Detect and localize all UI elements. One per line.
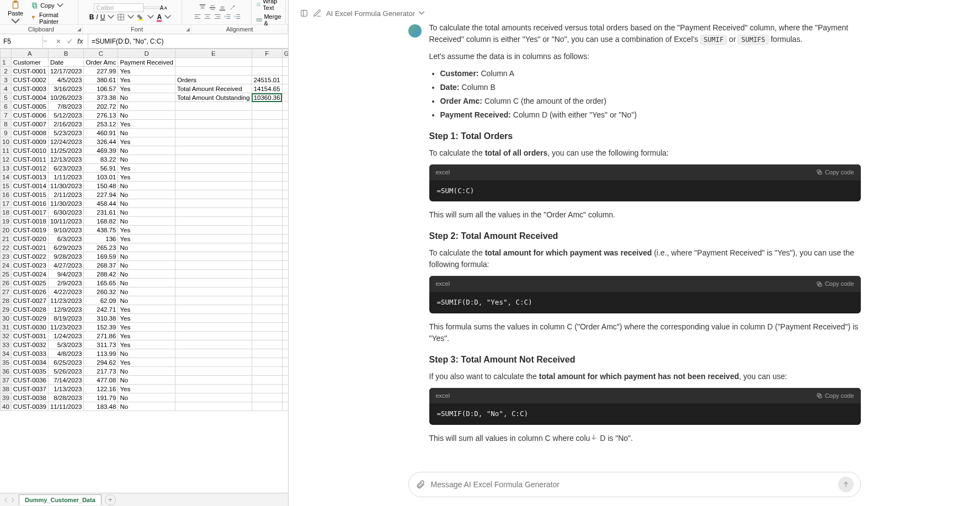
cell[interactable] <box>282 111 288 120</box>
cell[interactable]: Yes <box>118 84 175 93</box>
cell[interactable] <box>282 226 288 235</box>
cell[interactable]: 11/25/2023 <box>48 146 84 155</box>
cell[interactable]: CUST-0018 <box>11 217 48 226</box>
cell[interactable] <box>252 217 282 226</box>
cell[interactable] <box>175 164 252 173</box>
cell[interactable] <box>175 129 252 137</box>
chevron-down-icon[interactable] <box>127 13 135 21</box>
cell[interactable] <box>282 279 288 287</box>
cell[interactable] <box>175 314 252 323</box>
cell[interactable]: CUST-0031 <box>11 332 48 340</box>
cell[interactable] <box>282 402 288 411</box>
cell[interactable] <box>282 155 288 164</box>
cell[interactable]: 4/27/2023 <box>48 261 84 270</box>
cell[interactable]: 5/3/2023 <box>48 340 84 349</box>
cell[interactable]: 6/23/2023 <box>48 164 84 173</box>
cell[interactable] <box>252 349 282 358</box>
cell[interactable]: Payment Received <box>118 58 175 67</box>
collapse-icon[interactable] <box>300 9 308 18</box>
cell[interactable] <box>282 120 288 129</box>
cell[interactable] <box>175 243 252 252</box>
cell[interactable]: 165.65 <box>84 279 118 287</box>
cell[interactable] <box>252 279 282 287</box>
cell[interactable]: Date <box>48 58 84 67</box>
cell[interactable]: Yes <box>118 76 175 84</box>
cell[interactable]: CUST-0021 <box>11 243 48 252</box>
cell[interactable]: CUST-0019 <box>11 226 48 235</box>
cell[interactable]: Yes <box>118 323 175 332</box>
cell[interactable]: 169.59 <box>84 252 118 261</box>
chevron-down-icon[interactable] <box>147 13 155 21</box>
cell[interactable] <box>175 235 252 243</box>
cell[interactable]: CUST-0024 <box>11 270 48 279</box>
cell[interactable]: Total Amount Received <box>175 84 252 93</box>
row-header[interactable]: 35 <box>1 358 12 367</box>
cell[interactable] <box>252 120 282 129</box>
cell[interactable]: Total Amount Outstanding <box>175 93 252 102</box>
cell[interactable] <box>175 323 252 332</box>
cell[interactable] <box>282 393 288 402</box>
font-name-select[interactable]: Calibri <box>94 3 143 12</box>
cell[interactable]: Yes <box>118 385 175 393</box>
cell[interactable] <box>282 93 288 102</box>
cell[interactable]: CUST-0003 <box>11 84 48 93</box>
cell[interactable] <box>175 340 252 349</box>
chevron-down-icon[interactable] <box>107 13 115 21</box>
cell[interactable]: CUST-0004 <box>11 93 48 102</box>
cell[interactable]: No <box>118 199 175 208</box>
cell[interactable]: No <box>118 155 175 164</box>
cell[interactable] <box>252 385 282 393</box>
cell[interactable] <box>175 208 252 217</box>
cell[interactable]: No <box>118 243 175 252</box>
cell[interactable]: 460.91 <box>84 129 118 137</box>
cell[interactable] <box>175 182 252 190</box>
align-center-icon[interactable] <box>204 13 211 20</box>
cell[interactable] <box>252 393 282 402</box>
cell[interactable]: CUST-0015 <box>11 190 48 199</box>
row-header[interactable]: 37 <box>1 376 12 385</box>
bold-button[interactable]: B <box>89 13 94 21</box>
cell[interactable] <box>252 340 282 349</box>
cell[interactable] <box>175 287 252 296</box>
cell[interactable]: CUST-0007 <box>11 120 48 129</box>
cell[interactable]: CUST-0038 <box>11 393 48 402</box>
cell[interactable] <box>175 349 252 358</box>
col-header-C[interactable]: C <box>84 49 118 58</box>
cell[interactable]: 113.99 <box>84 349 118 358</box>
cell[interactable] <box>282 182 288 190</box>
col-header-B[interactable]: B <box>48 49 84 58</box>
cell[interactable]: No <box>118 376 175 385</box>
cell[interactable]: No <box>118 129 175 137</box>
cell[interactable] <box>175 137 252 146</box>
cell[interactable] <box>252 314 282 323</box>
row-header[interactable]: 16 <box>1 190 12 199</box>
cell[interactable]: Yes <box>118 358 175 367</box>
cell[interactable]: No <box>118 190 175 199</box>
row-header[interactable]: 5 <box>1 93 12 102</box>
cell[interactable]: 202.72 <box>84 102 118 111</box>
corner-cell[interactable] <box>1 49 12 58</box>
cell[interactable]: 56.91 <box>84 164 118 173</box>
cell[interactable] <box>175 367 252 376</box>
cell[interactable] <box>282 376 288 385</box>
cell[interactable]: CUST-0030 <box>11 323 48 332</box>
cell[interactable] <box>282 235 288 243</box>
cell[interactable] <box>252 199 282 208</box>
cell[interactable]: 168.82 <box>84 217 118 226</box>
cell[interactable]: CUST-0023 <box>11 261 48 270</box>
cell[interactable]: 373.38 <box>84 93 118 102</box>
underline-button[interactable]: U <box>100 13 105 21</box>
cancel-icon[interactable] <box>55 38 62 45</box>
align-middle-icon[interactable] <box>209 4 216 12</box>
cell[interactable]: 122.16 <box>84 385 118 393</box>
new-sheet-button[interactable]: + <box>105 494 116 505</box>
cell[interactable] <box>175 376 252 385</box>
cell[interactable]: 24515.01 <box>252 76 282 84</box>
decrease-indent-icon[interactable] <box>223 13 231 20</box>
cell[interactable]: 6/30/2023 <box>48 208 84 217</box>
formula-input[interactable] <box>88 35 288 47</box>
cell[interactable]: 11/23/2023 <box>48 323 84 332</box>
cell[interactable] <box>282 84 288 93</box>
cell[interactable] <box>252 58 282 67</box>
cell[interactable] <box>175 58 252 67</box>
